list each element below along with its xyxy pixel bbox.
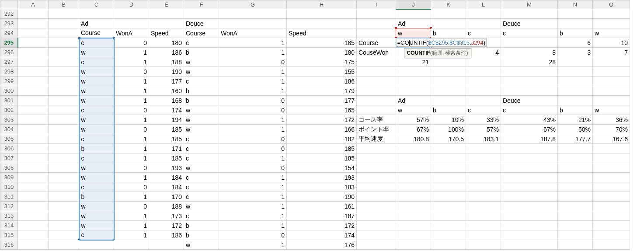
cell-O310[interactable] xyxy=(593,182,630,192)
row-header-308[interactable]: 308 xyxy=(0,163,18,173)
cell-J310[interactable] xyxy=(396,182,431,192)
cell-N316[interactable] xyxy=(558,240,593,250)
cell-O304[interactable]: 70% xyxy=(593,125,630,134)
cell-A307[interactable] xyxy=(18,153,49,163)
cell-N310[interactable] xyxy=(558,182,593,192)
cell-O293[interactable] xyxy=(593,19,630,28)
cell-I312[interactable] xyxy=(357,202,396,211)
cell-E297[interactable]: 188 xyxy=(149,57,184,67)
cell-J312[interactable] xyxy=(396,202,431,211)
row-header-303[interactable]: 303 xyxy=(0,115,18,125)
cell-B312[interactable] xyxy=(49,202,79,211)
cell-I309[interactable] xyxy=(357,173,396,182)
row-header-296[interactable]: 296 xyxy=(0,48,18,57)
cell-D295[interactable]: 0 xyxy=(114,38,149,48)
cell-B299[interactable] xyxy=(49,77,79,86)
column-header-I[interactable]: I xyxy=(357,0,396,9)
cell-H315[interactable]: 174 xyxy=(287,230,357,240)
cell-H309[interactable]: 193 xyxy=(287,173,357,182)
cell-L313[interactable] xyxy=(466,211,501,221)
cell-G292[interactable] xyxy=(219,9,287,19)
cell-B308[interactable] xyxy=(49,163,79,173)
cell-K299[interactable] xyxy=(431,77,466,86)
cell-L309[interactable] xyxy=(466,173,501,182)
cell-F301[interactable]: b xyxy=(184,96,219,105)
cell-F315[interactable]: b xyxy=(184,230,219,240)
cell-N313[interactable] xyxy=(558,211,593,221)
cell-G300[interactable]: 1 xyxy=(219,86,287,96)
cell-O313[interactable] xyxy=(593,211,630,221)
cell-E294[interactable]: Speed xyxy=(149,28,184,38)
column-header-N[interactable]: N xyxy=(558,0,593,9)
cell-D300[interactable]: 1 xyxy=(114,86,149,96)
cell-O314[interactable] xyxy=(593,221,630,230)
cell-N312[interactable] xyxy=(558,202,593,211)
cell-M311[interactable] xyxy=(501,192,558,202)
column-header-A[interactable]: A xyxy=(18,0,49,9)
cell-F302[interactable]: w xyxy=(184,105,219,115)
cell-K309[interactable] xyxy=(431,173,466,182)
cell-H316[interactable]: 176 xyxy=(287,240,357,250)
cell-L310[interactable] xyxy=(466,182,501,192)
cell-K302[interactable]: b xyxy=(431,105,466,115)
cell-B300[interactable] xyxy=(49,86,79,96)
cell-K304[interactable]: 100% xyxy=(431,125,466,134)
cell-J314[interactable] xyxy=(396,221,431,230)
cell-I306[interactable] xyxy=(357,144,396,153)
cell-B298[interactable] xyxy=(49,67,79,77)
cell-J309[interactable] xyxy=(396,173,431,182)
column-header-D[interactable]: D xyxy=(114,0,149,9)
cell-C305[interactable]: c xyxy=(79,134,114,144)
cell-C306[interactable]: b xyxy=(79,144,114,153)
cell-F293[interactable]: Deuce xyxy=(184,19,219,28)
cell-D301[interactable]: 1 xyxy=(114,96,149,105)
row-header-311[interactable]: 311 xyxy=(0,192,18,202)
cell-C301[interactable]: w xyxy=(79,96,114,105)
row-header-301[interactable]: 301 xyxy=(0,96,18,105)
cell-K305[interactable]: 170.5 xyxy=(431,134,466,144)
cell-J298[interactable] xyxy=(396,67,431,77)
cell-F316[interactable]: w xyxy=(184,240,219,250)
cell-A293[interactable] xyxy=(18,19,49,28)
cell-O316[interactable] xyxy=(593,240,630,250)
cell-D303[interactable]: 1 xyxy=(114,115,149,125)
cell-O306[interactable] xyxy=(593,144,630,153)
cell-H302[interactable]: 165 xyxy=(287,105,357,115)
cell-A302[interactable] xyxy=(18,105,49,115)
cell-O305[interactable]: 167.6 xyxy=(593,134,630,144)
cell-G301[interactable]: 0 xyxy=(219,96,287,105)
cell-L300[interactable] xyxy=(466,86,501,96)
cell-F294[interactable]: Course xyxy=(184,28,219,38)
cell-G303[interactable]: 1 xyxy=(219,115,287,125)
cell-A306[interactable] xyxy=(18,144,49,153)
cell-E310[interactable]: 184 xyxy=(149,182,184,192)
cell-A298[interactable] xyxy=(18,67,49,77)
cell-E306[interactable]: 171 xyxy=(149,144,184,153)
cell-M308[interactable] xyxy=(501,163,558,173)
cell-D305[interactable]: 1 xyxy=(114,134,149,144)
cell-J292[interactable] xyxy=(396,9,431,19)
cell-C312[interactable]: w xyxy=(79,202,114,211)
cell-G308[interactable]: 0 xyxy=(219,163,287,173)
cell-F303[interactable]: w xyxy=(184,115,219,125)
cell-J302[interactable]: w xyxy=(396,105,431,115)
cell-J305[interactable]: 180.8 xyxy=(396,134,431,144)
cell-C313[interactable]: w xyxy=(79,211,114,221)
cell-M305[interactable]: 187.8 xyxy=(501,134,558,144)
cell-K311[interactable] xyxy=(431,192,466,202)
cell-H296[interactable]: 180 xyxy=(287,48,357,57)
cell-J316[interactable] xyxy=(396,240,431,250)
cell-A311[interactable] xyxy=(18,192,49,202)
cell-E312[interactable]: 188 xyxy=(149,202,184,211)
cell-H303[interactable]: 172 xyxy=(287,115,357,125)
cell-M306[interactable] xyxy=(501,144,558,153)
cell-N296[interactable]: 3 xyxy=(558,48,593,57)
cell-L296[interactable]: 4 xyxy=(466,48,501,57)
cell-E313[interactable]: 173 xyxy=(149,211,184,221)
cell-D314[interactable]: 1 xyxy=(114,221,149,230)
cell-J308[interactable] xyxy=(396,163,431,173)
cell-J300[interactable] xyxy=(396,86,431,96)
cell-B294[interactable] xyxy=(49,28,79,38)
cell-N303[interactable]: 21% xyxy=(558,115,593,125)
cell-K310[interactable] xyxy=(431,182,466,192)
